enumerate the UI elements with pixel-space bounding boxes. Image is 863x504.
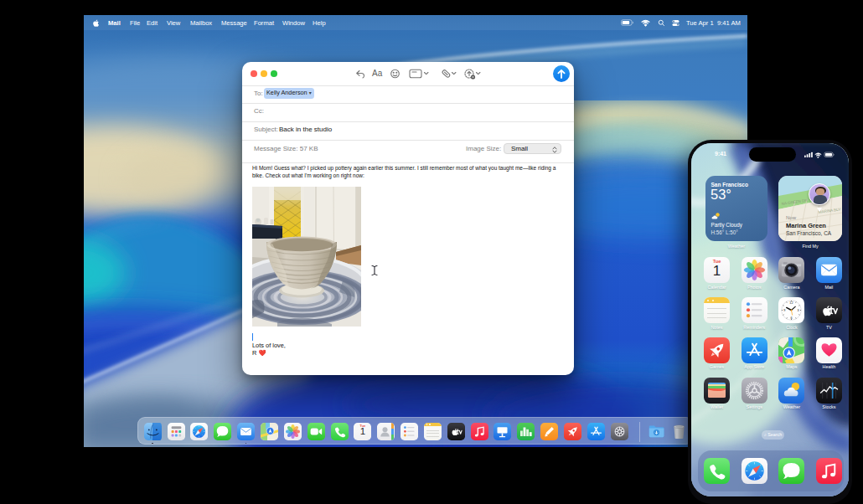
svg-text:9: 9: [784, 309, 786, 312]
svg-text:3: 3: [798, 309, 799, 312]
svg-text:12: 12: [790, 301, 793, 305]
svg-text:6: 6: [791, 316, 793, 320]
